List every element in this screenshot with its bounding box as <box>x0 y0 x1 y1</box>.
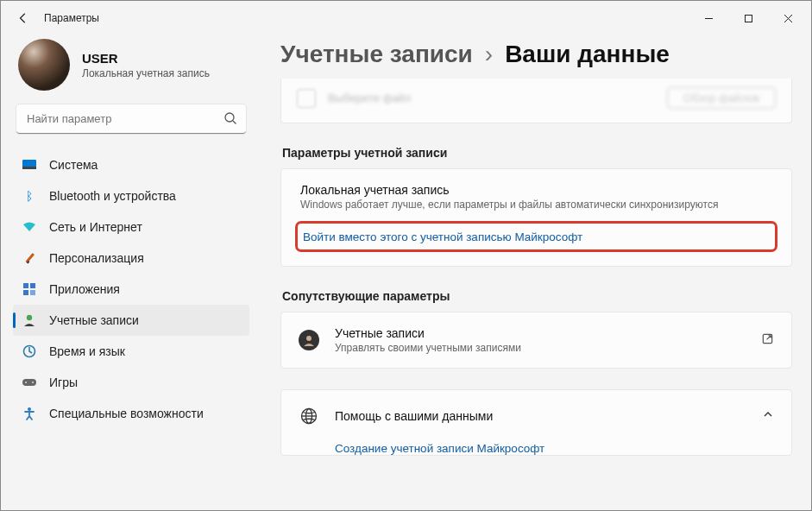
accessibility-icon <box>22 406 37 421</box>
nav-item-personalization[interactable]: Персонализация <box>13 243 249 274</box>
nav-label: Специальные возможности <box>49 407 204 420</box>
nav-label: Bluetooth и устройства <box>49 189 176 203</box>
breadcrumb-current: Ваши данные <box>505 41 670 68</box>
window-controls <box>689 4 808 32</box>
nav-label: Учетные записи <box>49 313 139 327</box>
back-button[interactable] <box>8 3 39 34</box>
signin-microsoft-link[interactable]: Войти вместо этого с учетной записью Май… <box>303 230 582 243</box>
avatar-small-icon <box>299 330 319 350</box>
nav-item-accounts[interactable]: Учетные записи <box>13 305 249 336</box>
nav-item-time-language[interactable]: Время и язык <box>13 336 249 367</box>
maximize-button[interactable] <box>728 4 768 32</box>
breadcrumb: Учетные записи › Ваши данные <box>280 41 792 68</box>
nav-label: Время и язык <box>49 344 125 358</box>
globe-icon <box>299 406 319 426</box>
search-box[interactable] <box>16 104 246 134</box>
close-button[interactable] <box>768 4 808 32</box>
help-card[interactable]: Помощь с вашими данными Создание учетной… <box>280 389 792 456</box>
main-content: Учетные записи › Ваши данные Выберите фа… <box>261 35 811 510</box>
search-input[interactable] <box>16 104 246 134</box>
nav-item-network[interactable]: Сеть и Интернет <box>13 211 249 243</box>
svg-line-5 <box>233 121 236 124</box>
related-accounts-card[interactable]: Учетные записи Управлять своими учетными… <box>280 312 792 369</box>
svg-rect-11 <box>30 283 35 288</box>
choose-file-label: Выберите файл <box>328 91 411 104</box>
nav-item-gaming[interactable]: Игры <box>13 367 249 398</box>
svg-point-4 <box>225 113 234 122</box>
title-bar: Параметры <box>1 1 811 35</box>
create-ms-account-link[interactable]: Создание учетной записи Майкрософт <box>281 442 791 455</box>
svg-rect-7 <box>22 167 36 169</box>
chevron-right-icon: › <box>485 41 493 68</box>
svg-point-17 <box>25 382 27 383</box>
svg-rect-1 <box>745 15 752 22</box>
sidebar: USER Локальная учетная запись Система ᛒ … <box>1 35 261 510</box>
nav-item-bluetooth[interactable]: ᛒ Bluetooth и устройства <box>13 180 249 211</box>
minimize-button[interactable] <box>689 4 728 32</box>
nav-label: Система <box>49 158 98 172</box>
profile-subtitle: Локальная учетная запись <box>82 67 210 79</box>
section-related: Сопутствующие параметры <box>282 289 792 303</box>
breadcrumb-parent[interactable]: Учетные записи <box>280 41 473 68</box>
bluetooth-icon: ᛒ <box>22 188 37 204</box>
nav-item-apps[interactable]: Приложения <box>13 274 249 305</box>
profile-name: USER <box>82 51 210 66</box>
account-type-subtitle: Windows работает лучше, если параметры и… <box>300 199 772 211</box>
chevron-up-icon <box>762 408 774 424</box>
related-title: Учетные записи <box>335 326 761 340</box>
nav-item-accessibility[interactable]: Специальные возможности <box>13 398 249 429</box>
svg-point-14 <box>27 315 32 320</box>
svg-rect-16 <box>22 379 36 386</box>
file-icon <box>297 89 316 108</box>
external-link-icon <box>761 332 774 349</box>
nav-label: Сеть и Интернет <box>49 220 142 234</box>
time-language-icon <box>22 344 37 359</box>
nav-label: Игры <box>49 375 78 389</box>
apps-icon <box>22 281 37 297</box>
svg-point-20 <box>306 336 312 341</box>
system-icon <box>22 157 37 173</box>
section-account-params: Параметры учетной записи <box>282 146 792 160</box>
browse-files-button[interactable]: Обзор файлов <box>667 87 776 109</box>
svg-rect-10 <box>23 283 28 288</box>
svg-rect-13 <box>30 290 35 295</box>
gaming-icon <box>22 375 37 390</box>
svg-rect-8 <box>25 253 35 263</box>
network-icon <box>22 219 37 235</box>
svg-rect-12 <box>23 290 28 295</box>
account-settings-card: Локальная учетная запись Windows работае… <box>280 168 792 267</box>
personalization-icon <box>22 250 37 266</box>
search-icon <box>223 111 237 129</box>
nav-list: Система ᛒ Bluetooth и устройства Сеть и … <box>13 149 249 429</box>
nav-label: Приложения <box>49 282 120 296</box>
help-title: Помощь с вашими данными <box>335 409 762 423</box>
nav-label: Персонализация <box>49 251 144 265</box>
profile-block[interactable]: USER Локальная учетная запись <box>13 35 249 104</box>
related-subtitle: Управлять своими учетными записями <box>335 342 761 354</box>
app-title: Параметры <box>44 12 99 24</box>
account-type-title: Локальная учетная запись <box>300 183 772 197</box>
accounts-icon <box>22 312 37 328</box>
svg-point-18 <box>32 382 34 383</box>
photo-card-partial: Выберите файл Обзор файлов <box>280 79 792 123</box>
avatar <box>18 39 70 91</box>
svg-point-19 <box>28 407 31 411</box>
nav-item-system[interactable]: Система <box>13 149 249 180</box>
signin-highlight: Войти вместо этого с учетной записью Май… <box>295 221 777 252</box>
